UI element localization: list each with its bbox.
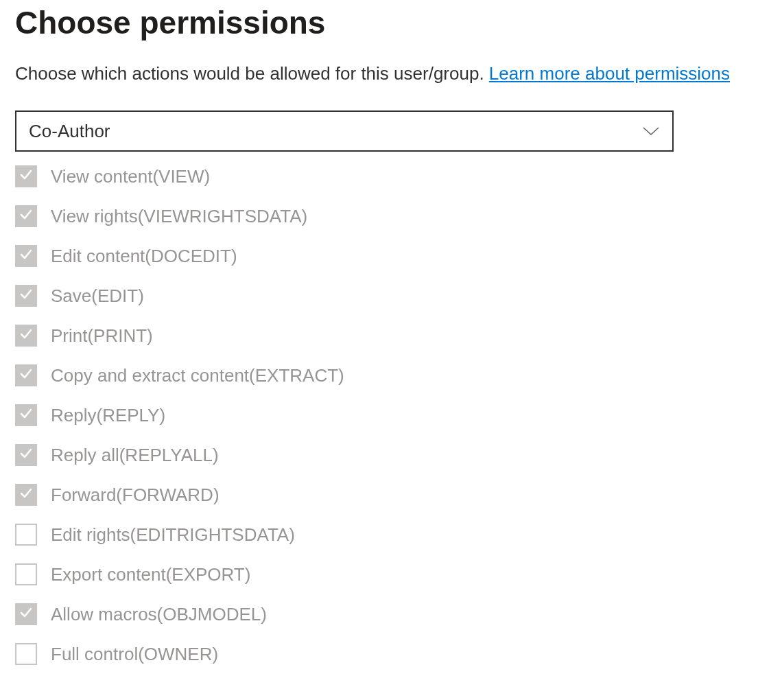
check-icon	[19, 288, 33, 304]
permission-row: Reply(REPLY)	[15, 404, 767, 426]
check-icon	[19, 248, 33, 264]
permission-row: Save(EDIT)	[15, 285, 767, 307]
permission-checkbox[interactable]	[15, 444, 37, 466]
preset-dropdown[interactable]: Co-Author	[15, 110, 674, 152]
check-icon	[19, 447, 33, 463]
permission-checkbox[interactable]	[15, 603, 37, 625]
check-icon	[19, 168, 33, 185]
permission-checkbox[interactable]	[15, 364, 37, 386]
permission-row: Print(PRINT)	[15, 325, 767, 347]
permission-label: View content(VIEW)	[51, 166, 210, 187]
permission-row: Edit content(DOCEDIT)	[15, 245, 767, 267]
permission-checkbox[interactable]	[15, 643, 37, 665]
permission-row: Edit rights(EDITRIGHTSDATA)	[15, 524, 767, 546]
permission-label: Edit content(DOCEDIT)	[51, 246, 237, 267]
permission-label: Edit rights(EDITRIGHTSDATA)	[51, 524, 295, 546]
permission-checkbox[interactable]	[15, 404, 37, 426]
permission-label: Save(EDIT)	[51, 285, 144, 307]
permission-checkbox[interactable]	[15, 325, 37, 347]
check-icon	[19, 327, 33, 344]
permission-row: View content(VIEW)	[15, 165, 767, 187]
permission-row: Forward(FORWARD)	[15, 484, 767, 506]
permission-label: Print(PRINT)	[51, 325, 153, 347]
permissions-list: View content(VIEW)View rights(VIEWRIGHTS…	[15, 165, 767, 665]
permission-label: Allow macros(OBJMODEL)	[51, 604, 267, 625]
permission-row: Export content(EXPORT)	[15, 563, 767, 585]
permission-checkbox[interactable]	[15, 563, 37, 585]
permission-checkbox[interactable]	[15, 165, 37, 187]
check-icon	[19, 407, 33, 423]
permission-checkbox[interactable]	[15, 205, 37, 227]
permission-checkbox[interactable]	[15, 524, 37, 546]
permission-label: Reply(REPLY)	[51, 405, 165, 426]
permission-checkbox[interactable]	[15, 245, 37, 267]
permission-label: Full control(OWNER)	[51, 644, 218, 665]
description: Choose which actions would be allowed fo…	[15, 62, 767, 86]
permission-checkbox[interactable]	[15, 484, 37, 506]
page-title: Choose permissions	[15, 4, 767, 41]
check-icon	[19, 367, 33, 384]
permission-row: Reply all(REPLYALL)	[15, 444, 767, 466]
check-icon	[19, 606, 33, 622]
chevron-down-icon	[642, 126, 660, 136]
permission-label: Forward(FORWARD)	[51, 485, 220, 506]
permission-label: Export content(EXPORT)	[51, 564, 250, 585]
permission-label: Copy and extract content(EXTRACT)	[51, 365, 344, 386]
permission-row: Full control(OWNER)	[15, 643, 767, 665]
permission-label: Reply all(REPLYALL)	[51, 445, 219, 466]
check-icon	[19, 487, 33, 503]
learn-more-link[interactable]: Learn more about permissions	[489, 63, 730, 84]
permission-checkbox[interactable]	[15, 285, 37, 307]
permission-label: View rights(VIEWRIGHTSDATA)	[51, 206, 307, 227]
permission-row: Allow macros(OBJMODEL)	[15, 603, 767, 625]
permission-row: View rights(VIEWRIGHTSDATA)	[15, 205, 767, 227]
description-text: Choose which actions would be allowed fo…	[15, 63, 489, 84]
permission-row: Copy and extract content(EXTRACT)	[15, 364, 767, 386]
check-icon	[19, 208, 33, 224]
dropdown-selected-value: Co-Author	[29, 121, 110, 142]
